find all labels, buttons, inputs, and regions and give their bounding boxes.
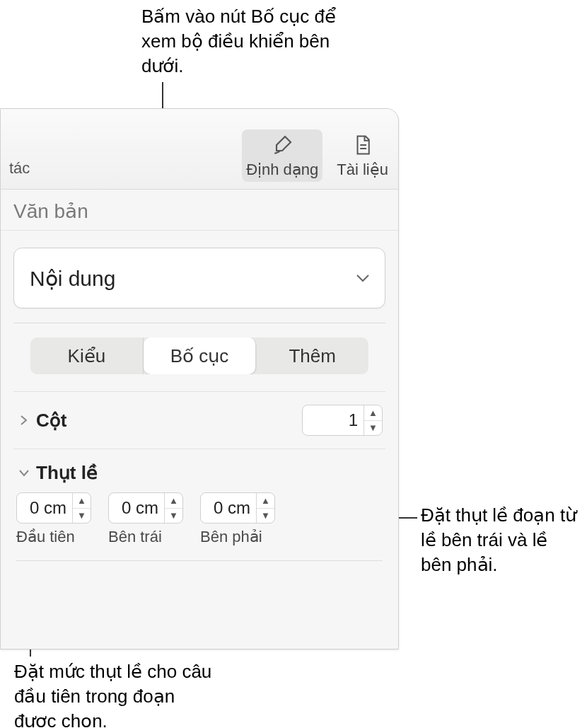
section-title: Văn bản <box>1 190 398 231</box>
indents-label: Thụt lề <box>36 462 98 484</box>
indent-right-stepper[interactable]: ▲ ▼ <box>200 492 275 524</box>
indent-left-input[interactable] <box>109 498 164 518</box>
chevron-right-icon[interactable] <box>16 415 32 426</box>
inspector-panel: tác Định dạng Tài liệu Văn bản Nội dung <box>0 108 399 649</box>
segmented-control: Kiểu Bố cục Thêm <box>30 337 368 374</box>
stepper-up-icon[interactable]: ▲ <box>165 493 182 509</box>
chevron-down-icon <box>356 269 369 287</box>
indents-row: Thụt lề <box>13 449 385 488</box>
divider <box>16 560 383 561</box>
document-icon <box>350 132 376 158</box>
stepper-down-icon[interactable]: ▼ <box>364 421 382 436</box>
format-tab-label: Định dạng <box>246 161 318 179</box>
toolbar: tác Định dạng Tài liệu <box>1 109 398 190</box>
columns-input[interactable] <box>303 410 364 430</box>
tab-more[interactable]: Thêm <box>256 337 368 374</box>
indent-right-label: Bên phải <box>200 528 262 546</box>
indent-first-input[interactable] <box>17 498 72 518</box>
columns-label: Cột <box>36 410 66 432</box>
stepper-down-icon[interactable]: ▼ <box>257 509 274 524</box>
format-tab[interactable]: Định dạng <box>242 129 322 182</box>
indent-right-input[interactable] <box>201 498 256 518</box>
callout-top: Bấm vào nút Bố cục để xem bộ điều khiển … <box>141 4 354 79</box>
stepper-down-icon[interactable]: ▼ <box>73 509 91 524</box>
stepper-up-icon[interactable]: ▲ <box>257 493 274 509</box>
indent-first-label: Đầu tiên <box>16 528 75 546</box>
indent-first-stepper[interactable]: ▲ ▼ <box>16 492 91 524</box>
indent-left-stepper[interactable]: ▲ ▼ <box>108 492 183 524</box>
stepper-up-icon[interactable]: ▲ <box>364 405 382 421</box>
divider <box>13 323 385 323</box>
toolbar-fragment-label: tác <box>9 159 30 182</box>
document-tab[interactable]: Tài liệu <box>332 129 393 182</box>
tab-layout[interactable]: Bố cục <box>144 337 257 374</box>
callout-bottom: Đặt mức thụt lề cho câu đầu tiên trong đ… <box>14 659 219 728</box>
stepper-down-icon[interactable]: ▼ <box>165 509 182 524</box>
chevron-down-icon[interactable] <box>16 469 32 478</box>
stepper-up-icon[interactable]: ▲ <box>73 493 91 509</box>
callout-right: Đặt thụt lề đoạn từ lề bên trái và lề bê… <box>421 503 580 577</box>
columns-stepper[interactable]: ▲ ▼ <box>302 405 383 436</box>
document-tab-label: Tài liệu <box>337 161 388 179</box>
tab-style[interactable]: Kiểu <box>30 337 144 374</box>
paintbrush-icon <box>269 132 295 158</box>
columns-row: Cột ▲ ▼ <box>13 391 385 449</box>
indent-controls: ▲ ▼ Đầu tiên ▲ ▼ Bên trái <box>13 488 385 557</box>
paragraph-style-value: Nội dung <box>30 266 115 291</box>
indent-left-label: Bên trái <box>108 528 162 546</box>
paragraph-style-dropdown[interactable]: Nội dung <box>13 248 385 308</box>
